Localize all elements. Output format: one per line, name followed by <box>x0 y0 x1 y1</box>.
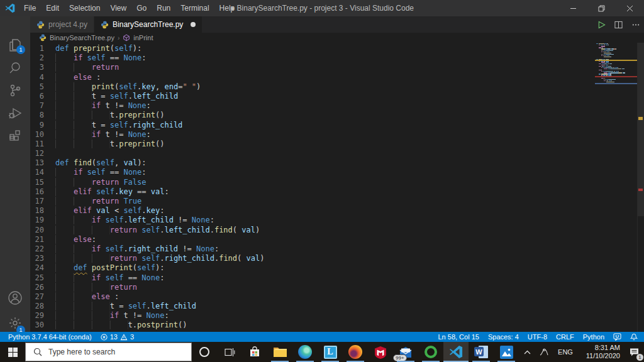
code-line[interactable]: 24 def postPrint(self): <box>30 263 596 273</box>
encoding[interactable]: UTF-8 <box>523 332 552 342</box>
line-number[interactable]: 30 <box>30 321 55 330</box>
code-line[interactable]: 15 return False <box>30 178 596 187</box>
line-number[interactable]: 5 <box>30 82 55 92</box>
minimize-button[interactable] <box>559 0 587 16</box>
code-line[interactable]: 20 return self.left_child.find( val) <box>30 226 596 235</box>
code-line[interactable]: 25 if self == None: <box>30 273 596 283</box>
task-view-icon[interactable] <box>217 342 242 362</box>
line-number[interactable]: 29 <box>30 311 55 321</box>
menu-item-terminal[interactable]: Terminal <box>175 0 214 16</box>
code-line[interactable]: 30 t.postprint() <box>30 321 596 330</box>
menu-item-go[interactable]: Go <box>131 0 152 16</box>
notifications-bell-icon[interactable] <box>626 332 644 342</box>
menu-item-edit[interactable]: Edit <box>41 0 64 16</box>
code-line[interactable]: 3 return <box>30 63 596 72</box>
run-python-file-icon[interactable] <box>597 21 606 29</box>
code-line[interactable]: 12 <box>30 149 596 158</box>
extensions-icon[interactable] <box>0 123 30 148</box>
language-indicator[interactable]: ENG <box>553 342 577 362</box>
line-number[interactable]: 13 <box>30 158 55 168</box>
line-number[interactable]: 19 <box>30 216 55 225</box>
tray-chevron-up-icon[interactable] <box>519 342 535 362</box>
menu-item-view[interactable]: View <box>105 0 131 16</box>
explorer-icon[interactable]: 1 <box>0 33 30 58</box>
line-number[interactable]: 14 <box>30 168 55 177</box>
line-number[interactable]: 20 <box>30 226 55 235</box>
feedback-icon[interactable] <box>609 332 626 342</box>
code-line[interactable]: 27 else : <box>30 292 596 302</box>
lockdown-browser-icon[interactable]: L <box>318 342 343 362</box>
code-line[interactable]: 28 t = self.left_child <box>30 302 596 311</box>
tray-pen-icon[interactable] <box>535 342 553 362</box>
close-button[interactable] <box>616 0 644 16</box>
indentation[interactable]: Spaces: 4 <box>484 332 523 342</box>
line-number[interactable]: 17 <box>30 197 55 206</box>
code-line[interactable]: 29 if t != None: <box>30 311 596 321</box>
code-line[interactable]: 7 if t != None: <box>30 101 596 111</box>
line-number[interactable]: 3 <box>30 63 55 72</box>
code-line[interactable]: 19 if self.left_child != None: <box>30 216 596 225</box>
line-number[interactable]: 12 <box>30 149 55 158</box>
code-line[interactable]: 10 if t != None: <box>30 130 596 140</box>
mcafee-icon[interactable] <box>368 342 393 362</box>
breadcrumb-file[interactable]: BinarySearchTree.py <box>50 34 114 41</box>
python-interpreter[interactable]: Python 3.7.4 64-bit (conda) <box>4 332 96 342</box>
eol-sequence[interactable]: CRLF <box>552 332 579 342</box>
cortana-icon[interactable] <box>192 342 217 362</box>
code-line[interactable]: 26 return <box>30 283 596 292</box>
word-icon[interactable]: W <box>469 342 494 362</box>
microsoft-store-icon[interactable] <box>242 342 267 362</box>
minimap[interactable] <box>596 43 637 331</box>
line-number[interactable]: 18 <box>30 206 55 216</box>
split-editor-icon[interactable] <box>614 21 623 29</box>
line-number[interactable]: 6 <box>30 92 55 101</box>
code-line[interactable]: 1def preprint(self): <box>30 44 596 53</box>
tab-project4[interactable]: project 4.py <box>30 16 94 33</box>
photos-icon[interactable] <box>494 342 519 362</box>
line-number[interactable]: 22 <box>30 244 55 254</box>
line-number[interactable]: 24 <box>30 263 55 273</box>
more-actions-icon[interactable] <box>631 21 640 29</box>
line-number[interactable]: 16 <box>30 187 55 197</box>
search-icon[interactable] <box>0 55 30 80</box>
code-line[interactable]: 4 else : <box>30 73 596 82</box>
line-number[interactable]: 25 <box>30 273 55 283</box>
taskbar-search-input[interactable]: Type here to search <box>25 343 192 361</box>
restore-button[interactable] <box>587 0 616 16</box>
code-line[interactable]: 9 t = self.right_child <box>30 121 596 130</box>
modified-dot-icon[interactable] <box>191 22 196 27</box>
action-center-icon[interactable]: 1 <box>624 342 644 362</box>
line-number[interactable]: 15 <box>30 178 55 187</box>
edge-browser-icon[interactable] <box>292 342 318 362</box>
run-debug-icon[interactable] <box>0 101 30 126</box>
file-explorer-icon[interactable] <box>267 342 292 362</box>
code-line[interactable]: 18 elif val < self.key: <box>30 206 596 216</box>
language-mode[interactable]: Python <box>579 332 609 342</box>
source-control-icon[interactable] <box>0 78 30 103</box>
menu-item-file[interactable]: File <box>19 0 41 16</box>
code-line[interactable]: 21 else: <box>30 235 596 244</box>
line-number[interactable]: 9 <box>30 121 55 130</box>
firefox-icon[interactable] <box>343 342 368 362</box>
line-number[interactable]: 26 <box>30 283 55 292</box>
tab-binarysearchtree[interactable]: BinarySearchTree.py <box>94 16 202 33</box>
mail-icon[interactable]: 99+ <box>393 342 418 362</box>
line-number[interactable]: 10 <box>30 130 55 140</box>
code-line[interactable]: 8 t.preprint() <box>30 111 596 120</box>
breadcrumb-symbol[interactable]: inPrint <box>133 34 153 41</box>
code-line[interactable]: 5 print(self.key, end=" ") <box>30 82 596 92</box>
line-number[interactable]: 21 <box>30 235 55 244</box>
line-number[interactable]: 23 <box>30 254 55 263</box>
code-line[interactable]: 16 elif self.key == val: <box>30 187 596 197</box>
line-number[interactable]: 7 <box>30 101 55 111</box>
problems-indicator[interactable]: 13 3 <box>96 332 138 342</box>
line-number[interactable]: 11 <box>30 140 55 149</box>
clock[interactable]: 8:31 AM 11/10/2020 <box>577 342 624 362</box>
line-number[interactable]: 8 <box>30 111 55 120</box>
code-line[interactable]: 14 if self == None: <box>30 168 596 177</box>
code-line[interactable]: 23 return self.right_child.find( val) <box>30 254 596 263</box>
code-editor[interactable]: 1def preprint(self):2 if self == None:3 … <box>30 43 644 332</box>
account-icon[interactable] <box>0 285 30 310</box>
line-number[interactable]: 27 <box>30 292 55 302</box>
menu-item-selection[interactable]: Selection <box>64 0 105 16</box>
